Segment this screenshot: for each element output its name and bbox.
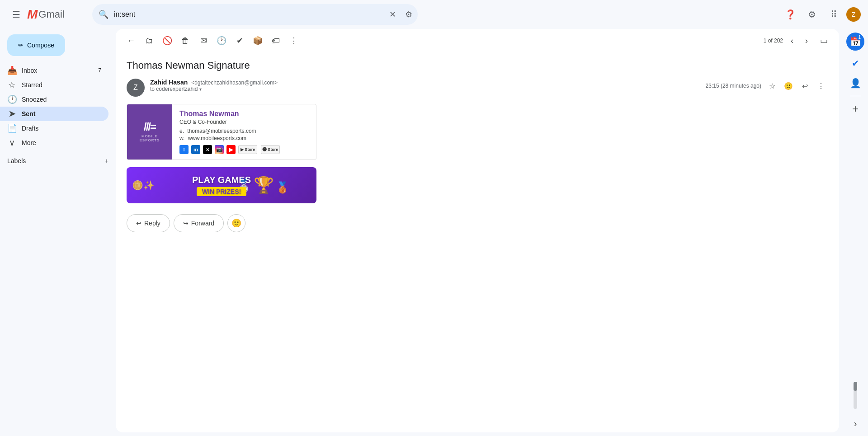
- pagination: 1 of 202 ‹ › ▭: [764, 33, 832, 49]
- drafts-icon: 📄: [7, 123, 16, 133]
- more-label: More: [22, 139, 101, 146]
- compose-edit-icon: ✏: [18, 42, 24, 49]
- meet-icon-button[interactable]: 📅 1: [846, 33, 864, 51]
- apps-button[interactable]: ⠿: [825, 5, 843, 23]
- forward-button[interactable]: ↪ Forward: [174, 214, 224, 232]
- move-to-button[interactable]: 📦: [250, 33, 266, 49]
- topbar-right: ❓ ⚙ ⠿ Z: [781, 5, 861, 23]
- mark-unread-button[interactable]: ✉: [195, 33, 212, 49]
- sidebar-item-more[interactable]: ∨ More: [0, 136, 108, 150]
- avatar[interactable]: Z: [846, 7, 861, 22]
- play-store-icon[interactable]: ▶ Store: [238, 145, 257, 154]
- add-label-button[interactable]: +: [105, 157, 108, 164]
- hamburger-menu[interactable]: ☰: [7, 5, 25, 23]
- search-filter-icon[interactable]: ⚙: [405, 9, 412, 19]
- snoozed-label: Snoozed: [22, 96, 101, 103]
- search-bar: 🔍 ✕ ⚙: [92, 4, 418, 25]
- email-header: Z Zahid Hasan <dgtaltechzahidhasan@gmail…: [127, 79, 828, 97]
- app-store-icon[interactable]: 🅐 Store: [261, 145, 280, 154]
- side-panel-divider: [850, 96, 861, 96]
- to-line: to coderexpertzahid ▾: [150, 86, 706, 92]
- sidebar-item-drafts[interactable]: 📄 Drafts: [0, 121, 108, 136]
- report-spam-button[interactable]: 🚫: [159, 33, 175, 49]
- inbox-icon: 📥: [7, 66, 16, 75]
- add-app-button[interactable]: +: [846, 100, 864, 118]
- linkedin-icon[interactable]: in: [191, 145, 200, 154]
- more-options-button[interactable]: ⋮: [814, 79, 828, 93]
- hamburger-icon: ☰: [12, 9, 20, 20]
- sender-email: <dgtaltechzahidhasan@gmail.com>: [191, 80, 278, 86]
- sidebar-item-inbox[interactable]: 📥 Inbox 7: [0, 63, 108, 78]
- youtube-icon[interactable]: ▶: [226, 145, 236, 154]
- logo-area: ☰ M Gmail: [7, 5, 89, 23]
- sig-website-label: w.: [179, 135, 184, 141]
- add-to-tasks-button[interactable]: ✔: [231, 33, 248, 49]
- help-button[interactable]: ❓: [781, 5, 799, 23]
- sig-logo-symbol: ///=: [132, 122, 167, 132]
- search-input[interactable]: [92, 4, 418, 25]
- pagination-arrows: ‹ ›: [785, 33, 814, 48]
- plus-icon: +: [852, 103, 859, 115]
- facebook-icon[interactable]: f: [179, 145, 189, 154]
- sig-email-label: e.: [179, 128, 184, 134]
- snoozed-icon: 🕐: [7, 94, 16, 104]
- email-timestamp: 23:15 (28 minutes ago): [706, 83, 761, 89]
- sidebar-item-starred[interactable]: ☆ Starred: [0, 78, 108, 92]
- sig-logo-text: MOBILE ESPORTS: [132, 134, 167, 142]
- delete-button[interactable]: 🗑: [177, 33, 193, 49]
- sidebar-item-sent[interactable]: ➤ Sent: [0, 107, 108, 121]
- to-text: to coderexpertzahid: [150, 86, 198, 92]
- label-button[interactable]: 🏷: [268, 33, 284, 49]
- emoji-reaction-button[interactable]: 🙂: [781, 79, 796, 93]
- trophy-3: 🥉: [276, 181, 289, 194]
- emoji-button[interactable]: 🙂: [227, 214, 245, 232]
- gmail-m-letter: M: [27, 7, 38, 22]
- starred-label: Starred: [22, 81, 101, 89]
- compose-label: Compose: [27, 42, 54, 49]
- gmail-text: Gmail: [38, 9, 64, 20]
- trophy-1: 🏆: [254, 176, 274, 195]
- inbox-label: Inbox: [22, 67, 93, 74]
- meet-badge: 1: [856, 34, 863, 40]
- search-clear-icon[interactable]: ✕: [389, 9, 396, 19]
- email-area: ← 🗂 🚫 🗑 ✉ 🕐 ✔ 📦 🏷 ⋮ 1 of 202 ‹ › ▭ Thoma…: [116, 29, 839, 432]
- pagination-prev[interactable]: ‹: [785, 33, 799, 48]
- email-toolbar: ← 🗂 🚫 🗑 ✉ 🕐 ✔ 📦 🏷 ⋮ 1 of 202 ‹ › ▭: [116, 29, 839, 52]
- sidebar-item-snoozed[interactable]: 🕐 Snoozed: [0, 92, 108, 107]
- expand-panel-button[interactable]: ›: [846, 414, 864, 432]
- view-more-arrow[interactable]: ▾: [199, 87, 202, 92]
- search-icon: 🔍: [99, 9, 108, 19]
- sig-name: Thomas Newman: [179, 110, 280, 118]
- reply-button-header[interactable]: ↩: [797, 79, 812, 93]
- view-mode-button[interactable]: ▭: [816, 33, 832, 49]
- settings-button[interactable]: ⚙: [803, 5, 821, 23]
- tasks-icon: ✔: [852, 58, 859, 69]
- back-button[interactable]: ←: [123, 33, 139, 49]
- more-actions-button[interactable]: ⋮: [286, 33, 302, 49]
- archive-button[interactable]: 🗂: [141, 33, 157, 49]
- reply-button[interactable]: ↩ Reply: [127, 214, 170, 232]
- coins-decoration: 🪙✨: [132, 180, 155, 191]
- tasks-icon-button[interactable]: ✔: [846, 54, 864, 72]
- sent-label: Sent: [22, 110, 101, 117]
- signature-card: ///= MOBILE ESPORTS Thomas Newman CEO & …: [127, 104, 316, 160]
- side-scroll-area: [854, 120, 857, 413]
- twitter-x-icon[interactable]: ✕: [203, 145, 212, 154]
- pagination-next[interactable]: ›: [799, 33, 814, 48]
- snooze-button[interactable]: 🕐: [213, 33, 230, 49]
- labels-title: Labels: [7, 157, 26, 164]
- sig-logo-inner: ///= MOBILE ESPORTS: [132, 122, 167, 142]
- sig-title: CEO & Co-Founder: [179, 119, 280, 125]
- contacts-icon-button[interactable]: 👤: [846, 74, 864, 92]
- instagram-icon[interactable]: 📷: [215, 145, 224, 154]
- sig-website-value: www.mobileesports.com: [188, 135, 246, 141]
- vertical-scrollbar[interactable]: [854, 382, 857, 409]
- emoji-icon: 🙂: [231, 218, 241, 228]
- sig-email-line: e. thomas@mobileesports.com: [179, 128, 280, 134]
- email-actions-right: ☆ 🙂 ↩ ⋮: [765, 79, 828, 93]
- starred-icon: ☆: [7, 80, 16, 90]
- star-button[interactable]: ☆: [765, 79, 779, 93]
- banner-line1: PLAY GAMES: [192, 174, 251, 185]
- avatar-letter: Z: [133, 84, 138, 92]
- compose-button[interactable]: ✏ Compose: [7, 34, 65, 56]
